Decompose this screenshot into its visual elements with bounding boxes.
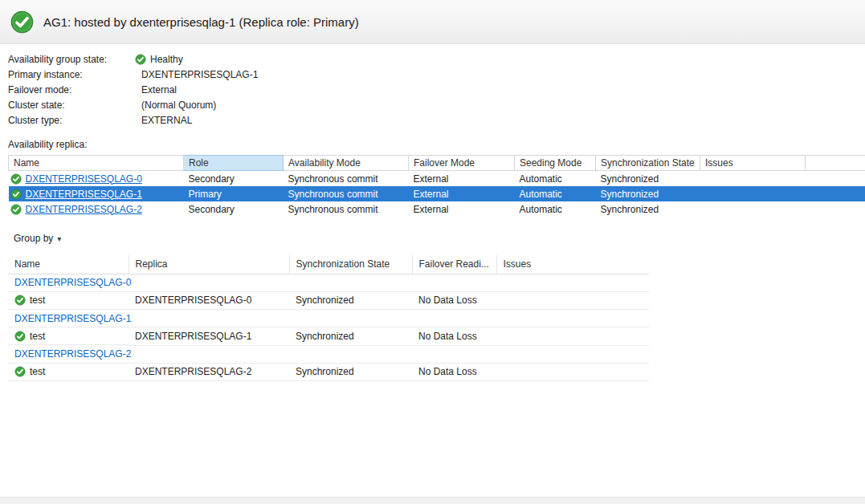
replica-ok-icon [10,189,22,200]
summary-row-cluster-state: Cluster state: (Normal Quorum) [8,97,865,112]
db-name: test [30,331,45,342]
cluster-type-label: Cluster type: [8,115,129,126]
db-failover-readiness-cell: No Data Loss [412,327,496,346]
group-state-label: Availability group state: [8,54,129,65]
replica-col-role[interactable]: Role [184,156,284,171]
db-row-1[interactable]: test DXENTERPRISESQLAG-1 Synchronized No… [8,327,649,346]
availability-replica-table: Name Role Availability Mode Failover Mod… [8,155,865,217]
db-col-synchronization-state[interactable]: Synchronization State [289,255,412,274]
replica-ok-icon [10,204,22,215]
db-group-header[interactable]: DXENTERPRISESQLAG-0 [8,274,649,291]
replica-col-failover-mode[interactable]: Failover Mode [409,156,515,171]
primary-instance-label: Primary instance: [8,69,129,80]
replica-seeding-mode-cell: Automatic [515,186,596,201]
db-sync-state-cell: Synchronized [289,363,412,381]
replica-col-seeding-mode[interactable]: Seeding Mode [515,156,596,171]
chevron-down-icon: ▾ [57,234,61,243]
replica-col-synchronization-state[interactable]: Synchronization State [596,156,700,171]
replica-filler-cell [806,171,865,187]
db-group-header[interactable]: DXENTERPRISESQLAG-2 [8,345,649,363]
replica-availability-mode-cell: Synchronous commit [284,171,409,187]
group-state-value: Healthy [150,54,183,65]
window-bottom-edge [0,497,865,504]
db-sync-state-cell: Synchronized [289,327,412,346]
db-name: test [30,295,45,306]
summary-row-group-state: Availability group state: Healthy [8,51,865,67]
cluster-state-label: Cluster state: [8,100,129,111]
db-col-issues[interactable]: Issues [496,255,649,274]
replica-sync-state-cell: Synchronized [596,201,700,217]
cluster-state-value: (Normal Quorum) [129,100,216,111]
db-replica-cell: DXENTERPRISESQLAG-0 [129,291,289,310]
replica-col-issues[interactable]: Issues [700,156,806,171]
replica-name-link[interactable]: DXENTERPRISESQLAG-2 [26,204,142,215]
replica-col-availability-mode[interactable]: Availability Mode [284,156,409,171]
replica-failover-mode-cell: External [409,201,515,217]
replica-row-1-selected[interactable]: DXENTERPRISESQLAG-1 Primary Synchronous … [9,186,865,201]
replica-filler-cell [806,186,865,201]
db-replica-cell: DXENTERPRISESQLAG-2 [129,363,289,381]
healthy-status-icon [10,10,34,34]
replica-row-0[interactable]: DXENTERPRISESQLAG-0 Secondary Synchronou… [9,171,865,187]
db-name: test [30,366,45,377]
replica-col-filler [806,156,865,171]
group-by-dropdown[interactable]: Group by ▾ [8,230,67,247]
replica-failover-mode-cell: External [409,186,515,201]
replica-seeding-mode-cell: Automatic [515,201,596,217]
replica-name-link[interactable]: DXENTERPRISESQLAG-1 [26,189,142,200]
db-sync-state-cell: Synchronized [289,291,412,310]
ag-dashboard: AG1: hosted by dxenterprisesqlag-1 (Repl… [0,0,865,504]
replica-availability-mode-cell: Synchronous commit [284,186,409,201]
summary-row-failover-mode: Failover mode: External [8,82,865,97]
replica-sync-state-cell: Synchronized [596,186,700,201]
replica-sync-state-cell: Synchronized [596,171,700,187]
replica-issues-cell [700,201,806,217]
replica-section-label: Availability replica: [8,139,865,150]
db-group-header-row-2[interactable]: DXENTERPRISESQLAG-2 [8,345,649,363]
replica-issues-cell [700,171,806,187]
replica-row-2[interactable]: DXENTERPRISESQLAG-2 Secondary Synchronou… [9,201,865,217]
page-title: AG1: hosted by dxenterprisesqlag-1 (Repl… [43,15,359,29]
db-group-header[interactable]: DXENTERPRISESQLAG-1 [8,310,649,327]
replica-failover-mode-cell: External [409,171,515,187]
db-ok-icon [14,331,26,342]
db-ok-icon [14,366,26,377]
healthy-check-icon [135,54,146,65]
summary-row-cluster-type: Cluster type: EXTERNAL [8,112,865,128]
dashboard-header: AG1: hosted by dxenterprisesqlag-1 (Repl… [0,0,865,44]
replica-role-cell: Secondary [184,171,284,187]
cluster-type-value: EXTERNAL [129,115,192,126]
group-by-label: Group by [14,233,53,244]
replica-availability-mode-cell: Synchronous commit [284,201,409,217]
db-failover-readiness-cell: No Data Loss [412,363,496,381]
db-issues-cell [496,363,649,381]
db-row-0[interactable]: test DXENTERPRISESQLAG-0 Synchronized No… [8,291,649,310]
db-ok-icon [14,295,26,306]
failover-mode-label: Failover mode: [8,84,129,96]
db-col-failover-readiness[interactable]: Failover Readi... [412,255,496,274]
replica-role-cell: Primary [184,186,284,201]
replica-name-link[interactable]: DXENTERPRISESQLAG-0 [26,173,142,185]
db-failover-readiness-cell: No Data Loss [412,291,496,310]
failover-mode-value: External [129,84,177,96]
replica-filler-cell [806,201,865,217]
db-issues-cell [496,327,649,346]
replica-table-header-row: Name Role Availability Mode Failover Mod… [9,156,865,171]
replica-issues-cell [700,186,806,201]
db-issues-cell [496,291,649,310]
database-health-table: Name Replica Synchronization State Failo… [8,255,649,381]
db-replica-cell: DXENTERPRISESQLAG-1 [129,327,289,346]
replica-role-cell: Secondary [184,201,284,217]
db-group-header-row-1[interactable]: DXENTERPRISESQLAG-1 [8,310,649,327]
db-row-2[interactable]: test DXENTERPRISESQLAG-2 Synchronized No… [8,363,649,381]
database-table-header-row: Name Replica Synchronization State Failo… [8,255,649,274]
replica-seeding-mode-cell: Automatic [515,171,596,187]
replica-col-name[interactable]: Name [9,156,184,171]
summary-panel: Availability group state: Healthy Primar… [0,44,865,128]
db-group-header-row-0[interactable]: DXENTERPRISESQLAG-0 [8,274,649,291]
summary-row-primary-instance: Primary instance: DXENTERPRISESQLAG-1 [8,67,865,82]
db-col-name[interactable]: Name [8,255,129,274]
primary-instance-value: DXENTERPRISESQLAG-1 [129,69,258,80]
replica-ok-icon [10,173,22,185]
db-col-replica[interactable]: Replica [129,255,289,274]
